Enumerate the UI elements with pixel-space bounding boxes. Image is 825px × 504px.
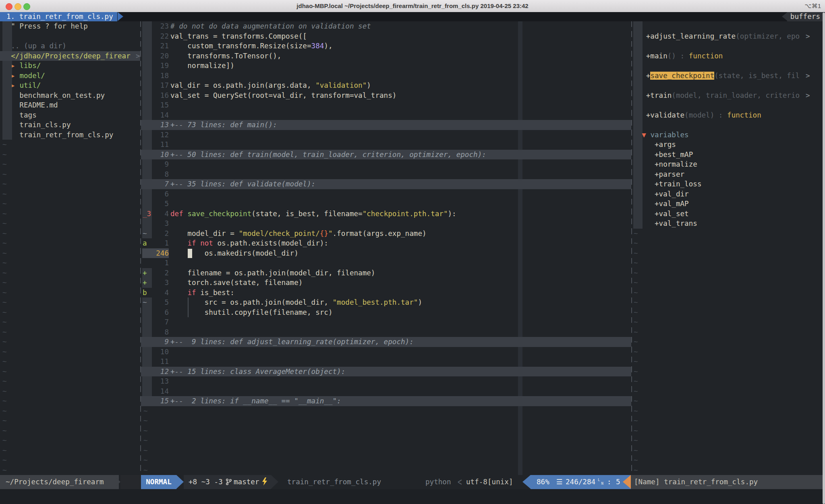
end-of-buffer-tilde: ~ bbox=[634, 347, 638, 357]
end-of-buffer-tilde: ~ bbox=[634, 357, 638, 367]
tag-item[interactable]: +main() : function bbox=[0, 51, 825, 61]
tagbar-filler-line: ~ bbox=[0, 455, 825, 465]
column-number: 5 bbox=[616, 475, 620, 489]
scroll-percent: 86% bbox=[537, 475, 549, 489]
end-of-buffer-tilde: ~ bbox=[634, 455, 638, 465]
tagbar-filler-line: ~ bbox=[0, 327, 825, 337]
window-title: jdhao-MBP.local ~/Projects/deep_firearm/… bbox=[0, 0, 825, 12]
end-of-buffer-tilde: ~ bbox=[634, 229, 638, 239]
end-of-buffer-tilde: ~ bbox=[634, 376, 638, 386]
linenr-glyph: LN bbox=[598, 478, 603, 486]
end-of-buffer-tilde: ~ bbox=[634, 258, 638, 268]
tag-item[interactable]: ▼ variables bbox=[0, 130, 825, 140]
tagbar-filler-line: ~ bbox=[0, 386, 825, 397]
tag-item[interactable] bbox=[0, 100, 825, 110]
tagbar-filler-line: ~ bbox=[0, 308, 825, 318]
end-of-buffer-tilde: ~ bbox=[634, 386, 638, 397]
buffers-label[interactable]: buffers bbox=[787, 12, 825, 21]
tagbar-filler-line: ~ bbox=[0, 229, 825, 239]
tag-item[interactable]: +parser bbox=[0, 169, 825, 180]
tagbar-filler-line: ~ bbox=[0, 367, 825, 377]
powerline-arrow-orange bbox=[623, 475, 631, 489]
tag-item[interactable]: +val_trans bbox=[0, 219, 825, 229]
tag-item[interactable] bbox=[0, 61, 825, 71]
tag-item[interactable]: +normalize bbox=[0, 159, 825, 169]
tag-item[interactable]: +validate(model) : function bbox=[0, 110, 825, 120]
tagbar-filler-line: ~ bbox=[0, 337, 825, 347]
tag-item[interactable]: +val_set bbox=[0, 209, 825, 219]
end-of-buffer-tilde: ~ bbox=[634, 317, 638, 327]
tagbar-filler-line: ~ bbox=[0, 278, 825, 288]
end-of-buffer-tilde: ~ bbox=[634, 446, 638, 456]
end-of-buffer-tilde: ~ bbox=[634, 248, 638, 258]
git-branch-icon bbox=[226, 475, 232, 489]
end-of-buffer-tilde: ~ bbox=[634, 327, 638, 337]
end-of-buffer-tilde: ~ bbox=[634, 436, 638, 446]
terminal-scrollbar[interactable] bbox=[823, 12, 825, 504]
tagbar-filler-line: ~ bbox=[0, 297, 825, 308]
statusline-filler bbox=[120, 475, 141, 489]
lightning-icon bbox=[261, 475, 268, 489]
tagbar-filler-line: ~ bbox=[0, 426, 825, 436]
end-of-buffer-tilde: ~ bbox=[634, 416, 638, 426]
tag-item[interactable] bbox=[0, 21, 825, 31]
statusline-git-section: +8 ~3 -3 master bbox=[184, 475, 271, 489]
tag-item[interactable]: +save_checkpoint(state, is_best, fil> bbox=[0, 71, 825, 81]
end-of-buffer-tilde: ~ bbox=[634, 337, 638, 347]
tagbar-filler-line: ~ bbox=[0, 436, 825, 446]
statusline-filetype: python bbox=[425, 475, 451, 489]
statusline-position-section: 86% ☰ 246/284 LN : 5 bbox=[531, 475, 631, 489]
tagbar-filler-line: ~ bbox=[0, 465, 825, 475]
tag-item[interactable] bbox=[0, 41, 825, 51]
powerline-arrow bbox=[113, 475, 120, 489]
tagbar-filler-line: ~ bbox=[0, 238, 825, 248]
vim-tabline: 1. train_retr_from_cls.py buffers bbox=[0, 12, 825, 21]
mode-indicator: NORMAL bbox=[141, 475, 176, 489]
statusline-encoding: utf-8[unix] bbox=[466, 475, 513, 489]
tagbar-filler-line: ~ bbox=[0, 446, 825, 456]
end-of-buffer-tilde: ~ bbox=[634, 406, 638, 416]
end-of-buffer-tilde: ~ bbox=[634, 308, 638, 318]
tab-active[interactable]: 1. train_retr_from_cls.py bbox=[0, 12, 117, 21]
tagbar-filler-line: ~ bbox=[0, 347, 825, 357]
tab-arrow-separator bbox=[118, 12, 123, 21]
tagbar-filler-line: ~ bbox=[0, 396, 825, 406]
tagbar-filler-line: ~ bbox=[0, 258, 825, 268]
tagbar-filler-line: ~ bbox=[0, 376, 825, 386]
end-of-buffer-tilde: ~ bbox=[634, 426, 638, 436]
tagbar-filler-line: ~ bbox=[0, 248, 825, 258]
tagbar-filler-line: ~ bbox=[0, 406, 825, 416]
end-of-buffer-tilde: ~ bbox=[634, 297, 638, 308]
tag-item[interactable]: +train(model, train_loader, criterio> bbox=[0, 91, 825, 101]
line-position: 246/284 bbox=[566, 475, 595, 489]
tag-item[interactable]: +val_dir bbox=[0, 189, 825, 199]
command-line bbox=[0, 489, 825, 504]
list-symbol: ☰ bbox=[556, 475, 563, 489]
end-of-buffer-tilde: ~ bbox=[634, 288, 638, 298]
tagbar-filler-line: ~ bbox=[0, 288, 825, 298]
git-branch-name: master bbox=[234, 475, 259, 489]
tagbar-filler-line: ~ bbox=[0, 416, 825, 426]
tagbar-statusline: [Name] train_retr_from_cls.py bbox=[631, 475, 825, 489]
window-shortcut-badge: ⌥⌘1 bbox=[804, 0, 821, 12]
tag-item[interactable]: +adjust_learning_rate(optimizer, epo> bbox=[0, 31, 825, 41]
powerline-arrow bbox=[271, 475, 278, 489]
status-bar: ~/Projects/deep_firearm NORMAL +8 ~3 -3 … bbox=[0, 475, 825, 489]
position-colon: : bbox=[607, 475, 611, 489]
tag-item[interactable]: +args bbox=[0, 140, 825, 150]
git-hunks: +8 ~3 -3 bbox=[189, 475, 223, 489]
terminal-window: jdhao-MBP.local ~/Projects/deep_firearm/… bbox=[0, 0, 825, 504]
end-of-buffer-tilde: ~ bbox=[634, 396, 638, 406]
tag-item[interactable]: +best_mAP bbox=[0, 150, 825, 160]
statusline-filename: train_retr_from_cls.py bbox=[287, 475, 381, 489]
tag-item[interactable]: +train_loss bbox=[0, 179, 825, 189]
statusline-cwd: ~/Projects/deep_firearm bbox=[0, 475, 119, 489]
powerline-arrow bbox=[176, 475, 184, 489]
tag-item[interactable] bbox=[0, 120, 825, 130]
tag-item[interactable]: +val_mAP bbox=[0, 199, 825, 209]
end-of-buffer-tilde: ~ bbox=[634, 278, 638, 288]
tagbar-filler-line: ~ bbox=[0, 268, 825, 278]
tagbar-filler-line: ~ bbox=[0, 317, 825, 327]
tag-item[interactable] bbox=[0, 81, 825, 91]
tagbar-filler-line: ~ bbox=[0, 357, 825, 367]
